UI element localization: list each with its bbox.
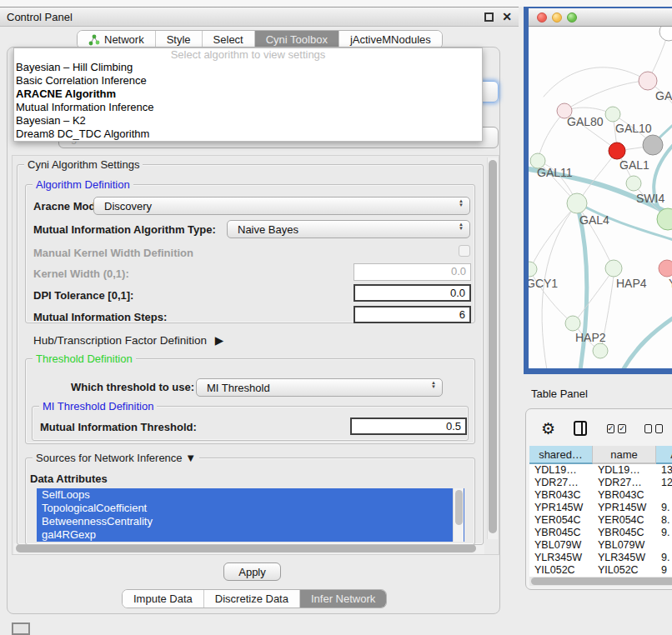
- control-panel-title: Control Panel: [7, 11, 73, 23]
- expander-arrow-icon: ▶: [215, 334, 223, 347]
- network-edge[interactable]: [564, 81, 648, 111]
- table-row[interactable]: YIL052CYIL052C9: [529, 564, 672, 577]
- table-row[interactable]: YBR045CYBR045C9.: [529, 527, 672, 539]
- network-edge[interactable]: [622, 314, 672, 368]
- table-cell: YPR145W: [593, 502, 656, 514]
- table-row[interactable]: YDL19…YDL19…13: [529, 464, 672, 477]
- network-node[interactable]: [605, 107, 620, 122]
- algorithm-dropdown-popup: Select algorithm to view settings Bayesi…: [13, 48, 483, 142]
- tab-impute-data[interactable]: Impute Data: [123, 590, 204, 608]
- attribute-item[interactable]: TopologicalCoefficient: [37, 502, 464, 515]
- network-node[interactable]: [567, 193, 587, 213]
- table-cell: YBR045C: [529, 527, 593, 539]
- algorithm-option[interactable]: Mutual Information Inference: [14, 101, 482, 114]
- which-threshold-label: Which threshold to use:: [71, 381, 194, 393]
- checked-checkbox-icon[interactable]: ✓: [607, 424, 615, 433]
- algorithm-option[interactable]: Bayesian – Hill Climbing: [14, 61, 482, 74]
- dock-panel-icon[interactable]: [12, 622, 30, 635]
- network-node[interactable]: [609, 142, 625, 159]
- tab-select[interactable]: Select: [203, 31, 255, 48]
- unchecked-checkbox-icon[interactable]: [655, 424, 663, 433]
- gear-icon[interactable]: ⚙: [541, 419, 555, 438]
- manual-kernel-width-checkbox[interactable]: [459, 245, 470, 257]
- algorithm-option[interactable]: Bayesian – K2: [14, 114, 482, 128]
- table-cell: 9.: [656, 527, 672, 539]
- which-threshold-combobox[interactable]: MI Threshold ▲▼: [196, 378, 443, 397]
- mi-algorithm-type-value: Naive Bayes: [238, 223, 298, 236]
- network-node[interactable]: [659, 260, 672, 277]
- close-panel-icon[interactable]: ✕: [502, 12, 512, 22]
- column-header[interactable]: name: [593, 446, 656, 464]
- attributes-scrollbar[interactable]: [453, 488, 464, 542]
- node-label: GAL1: [619, 158, 649, 172]
- aracne-mode-value: Discovery: [104, 200, 152, 212]
- table-header-row: shared…nameA: [529, 446, 672, 464]
- network-canvas[interactable]: GALGAL80GAL10GAL1GAL11SWI4GAL4GCY1HAP4YH…: [529, 27, 672, 368]
- attribute-item[interactable]: gal4RGexp: [37, 528, 464, 542]
- table-row[interactable]: YER054CYER054C8.: [529, 514, 672, 527]
- close-window-icon[interactable]: [537, 12, 547, 22]
- tab-label: Impute Data: [133, 592, 193, 605]
- attribute-item[interactable]: BetweennessCentrality: [37, 515, 464, 528]
- apply-button[interactable]: Apply: [223, 562, 281, 581]
- tab-infer-network[interactable]: Infer Network: [300, 590, 386, 608]
- algorithm-dropdown-placeholder: Select algorithm to view settings: [14, 48, 482, 61]
- table-row[interactable]: YBL079WYBL079W: [529, 539, 672, 552]
- sources-title[interactable]: Sources for Network Inference ▼: [33, 452, 199, 464]
- hub-definition-expander[interactable]: Hub/Transcription Factor Definition ▶: [33, 333, 223, 347]
- data-attributes-list[interactable]: SelfLoopsTopologicalCoefficientBetweenne…: [37, 488, 464, 542]
- mi-algorithm-type-combobox[interactable]: Naive Bayes ▲▼: [227, 220, 470, 238]
- algorithm-option[interactable]: Basic Correlation Inference: [14, 74, 482, 88]
- tab-label: Infer Network: [311, 592, 375, 605]
- tab-network[interactable]: Network: [78, 31, 156, 48]
- column-header[interactable]: A: [656, 446, 672, 464]
- table-cell: YIL052C: [529, 564, 593, 577]
- table-cell: YBR043C: [529, 489, 593, 502]
- network-node[interactable]: [626, 176, 641, 191]
- network-node[interactable]: [639, 72, 657, 90]
- split-columns-icon[interactable]: [574, 421, 587, 436]
- mi-steps-input[interactable]: 6: [354, 306, 471, 323]
- table-horizontal-scrollbar[interactable]: [529, 577, 672, 586]
- float-panel-icon[interactable]: [484, 12, 494, 22]
- column-header[interactable]: shared…: [529, 446, 593, 464]
- network-edge[interactable]: [544, 68, 648, 97]
- table-cell: 9.: [656, 502, 672, 514]
- attribute-item[interactable]: SelfLoops: [37, 488, 464, 502]
- dpi-tolerance-input[interactable]: 0.0: [354, 284, 471, 302]
- tab-discretize-data[interactable]: Discretize Data: [204, 590, 300, 608]
- table-row[interactable]: YLR345WYLR345W9.: [529, 552, 672, 564]
- network-edge[interactable]: [538, 112, 564, 160]
- node-label: SWI4: [636, 192, 664, 205]
- table-cell: YER054C: [593, 514, 656, 527]
- table-row[interactable]: YPR145WYPR145W9.: [529, 502, 672, 514]
- table-row[interactable]: YBR043CYBR043C: [529, 489, 672, 502]
- unchecked-checkbox-icon[interactable]: [644, 424, 652, 433]
- table-cell: YLR345W: [593, 552, 656, 564]
- algorithm-option[interactable]: ARACNE Algorithm: [14, 88, 482, 101]
- table-cell: [656, 539, 672, 552]
- algorithm-option[interactable]: Dream8 DC_TDC Algorithm: [14, 128, 482, 141]
- network-node[interactable]: [529, 262, 537, 277]
- checked-checkbox-icon[interactable]: ✓: [618, 424, 626, 433]
- tab-style[interactable]: Style: [156, 31, 203, 48]
- settings-vertical-scrollbar[interactable]: [487, 158, 498, 539]
- mi-threshold-input[interactable]: 0.5: [350, 418, 467, 435]
- table-cell: 9.: [656, 552, 672, 564]
- table-row[interactable]: YDR27…YDR27…12: [529, 477, 672, 489]
- mi-algorithm-type-label: Mutual Information Algorithm Type:: [33, 223, 216, 236]
- network-node[interactable]: [565, 316, 580, 331]
- minimize-window-icon[interactable]: [552, 12, 562, 22]
- network-node[interactable]: [605, 260, 622, 277]
- kernel-width-input[interactable]: 0.0: [354, 263, 471, 281]
- network-node[interactable]: [643, 135, 663, 155]
- cyni-mode-tabs: Impute DataDiscretize DataInfer Network: [122, 589, 387, 608]
- network-node[interactable]: [659, 27, 672, 41]
- network-node[interactable]: [593, 343, 608, 358]
- zoom-window-icon[interactable]: [567, 12, 577, 22]
- tab-label: Discretize Data: [215, 592, 288, 605]
- tab-jactivemnodules[interactable]: jActiveMNodules: [339, 31, 442, 48]
- aracne-mode-combobox[interactable]: Discovery ▲▼: [93, 197, 470, 215]
- tab-cyni-toolbox[interactable]: Cyni Toolbox: [255, 31, 339, 48]
- table-cell: 12: [656, 477, 672, 489]
